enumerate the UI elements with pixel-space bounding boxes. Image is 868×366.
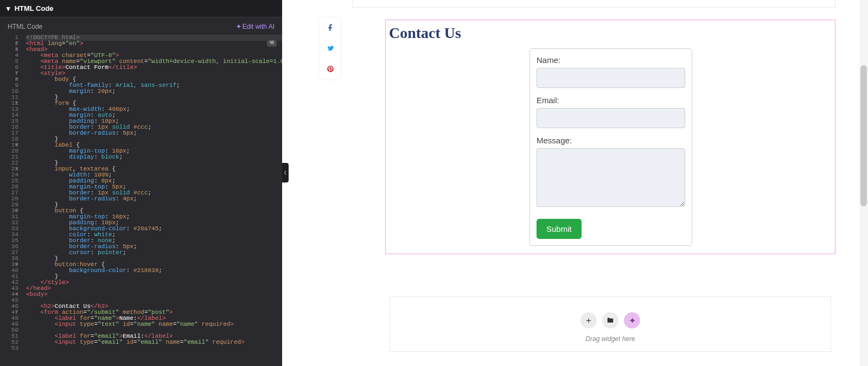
sparkle-icon: ✦	[629, 315, 636, 326]
code-editor-panel: ▾ HTML Code HTML Code ✦Edit with AI 12▾3…	[0, 0, 282, 366]
share-facebook-button[interactable]	[320, 17, 341, 38]
sparkle-icon: ✦	[236, 23, 241, 30]
share-twitter-button[interactable]	[320, 38, 341, 59]
plus-icon: ＋	[584, 315, 593, 326]
add-widget-button[interactable]: ＋	[580, 312, 597, 329]
social-share-bar	[320, 17, 341, 79]
submit-button[interactable]: Submit	[537, 219, 582, 239]
ai-widget-button[interactable]: ✦	[624, 312, 640, 329]
twitter-icon	[327, 45, 334, 52]
vertical-scrollbar[interactable]	[859, 0, 868, 366]
code-editor[interactable]: 12▾3▾4567▾8▾9101112▾13141516171819▾20212…	[0, 35, 282, 366]
panel-header[interactable]: ▾ HTML Code	[0, 0, 282, 17]
message-label: Message:	[537, 136, 685, 145]
message-textarea[interactable]	[537, 148, 685, 207]
email-label: Email:	[537, 96, 685, 105]
pinterest-icon	[327, 65, 334, 73]
preview-panel: Contact Us Name: Email: Message: Submit …	[282, 0, 868, 366]
widget-drop-zone[interactable]: ＋ ✦ Drag widget here	[390, 296, 831, 352]
widget-slot-top[interactable]	[353, 0, 835, 8]
contact-form: Name: Email: Message: Submit	[529, 48, 692, 246]
html-widget-preview[interactable]: Contact Us Name: Email: Message: Submit	[385, 20, 835, 254]
name-input[interactable]	[537, 68, 685, 88]
name-label: Name:	[537, 55, 685, 65]
collapse-caret-icon: ▾	[7, 4, 10, 12]
share-pinterest-button[interactable]	[320, 59, 341, 79]
code-block-label: HTML Code	[8, 23, 42, 30]
scrollbar-thumb[interactable]	[860, 65, 867, 206]
panel-title: HTML Code	[15, 4, 54, 12]
facebook-icon	[327, 24, 334, 31]
collapse-panel-handle[interactable]	[282, 163, 289, 182]
edit-with-ai-button[interactable]: ✦Edit with AI	[236, 23, 275, 30]
email-input[interactable]	[537, 108, 685, 128]
contact-heading: Contact Us	[389, 24, 835, 42]
folder-icon	[607, 317, 614, 324]
drag-widget-hint: Drag widget here	[390, 335, 831, 343]
widget-library-button[interactable]	[602, 312, 618, 329]
